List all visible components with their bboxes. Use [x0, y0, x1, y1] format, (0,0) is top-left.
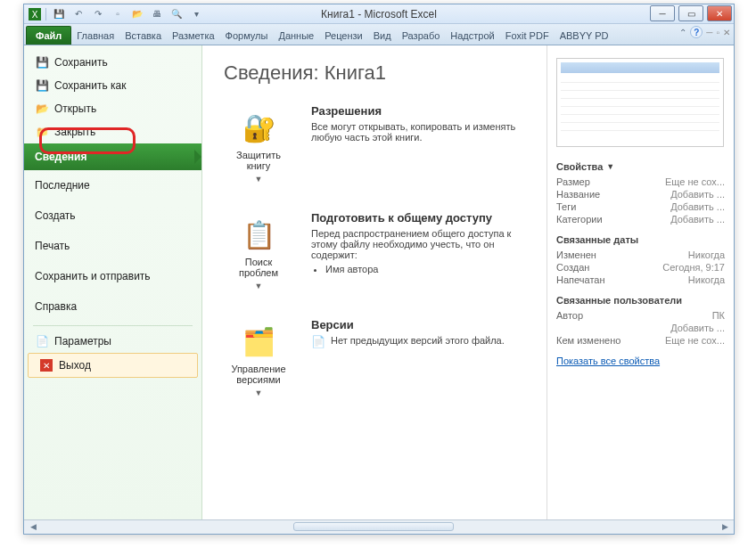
- scroll-right-icon[interactable]: ▶: [718, 520, 732, 533]
- qat-divider: [45, 8, 46, 20]
- ribbon-tabs: Файл Главная Вставка Разметка Формулы Да…: [24, 24, 734, 45]
- qat-undo-icon[interactable]: ↶: [70, 6, 87, 22]
- close-button[interactable]: ✕: [707, 5, 732, 21]
- tab-insert[interactable]: Вставка: [119, 27, 167, 45]
- nav-label: Сохранить как: [54, 79, 126, 92]
- chevron-down-icon: ▼: [255, 282, 263, 290]
- prop-title[interactable]: НазваниеДобавить ...: [556, 188, 725, 200]
- btn-label: Управление версиями: [226, 364, 291, 385]
- help-icon[interactable]: ?: [690, 26, 703, 38]
- prop-lastmod: Кем измененоЕще не сох...: [556, 334, 725, 347]
- doc-icon: 📄: [311, 335, 325, 348]
- nav-label: Параметры: [54, 335, 111, 348]
- check-bullet: Имя автора: [325, 264, 525, 274]
- window-minimize-icon[interactable]: ─: [706, 28, 712, 37]
- nav-separator: [33, 325, 193, 326]
- horizontal-scrollbar[interactable]: ◀ ▶: [24, 519, 734, 534]
- nav-share[interactable]: Сохранить и отправить: [24, 261, 201, 291]
- exit-icon: ✕: [39, 358, 53, 372]
- tab-abbyy[interactable]: ABBYY PD: [555, 27, 614, 45]
- nav-help[interactable]: Справка: [24, 291, 201, 322]
- properties-heading[interactable]: Свойства▼: [556, 161, 725, 172]
- qat-more-icon[interactable]: ▾: [187, 6, 205, 22]
- chevron-down-icon: ▼: [255, 388, 263, 397]
- nav-recent[interactable]: Последние: [24, 170, 201, 200]
- nav-open[interactable]: 📂 Открыть: [24, 97, 201, 120]
- properties-panel: Свойства▼ РазмерЕще не сох... НазваниеДо…: [546, 45, 734, 519]
- document-thumbnail[interactable]: [556, 58, 724, 147]
- prop-categories[interactable]: КатегорииДобавить ...: [556, 213, 725, 225]
- chevron-down-icon: ▼: [606, 162, 614, 171]
- svg-text:✕: ✕: [43, 361, 50, 371]
- permissions-text: Разрешения Все могут открывать, копирова…: [311, 104, 525, 188]
- save-icon: 💾: [35, 55, 49, 70]
- nav-label: Открыть: [54, 102, 96, 115]
- checklist-icon: 📋: [240, 216, 277, 253]
- check-issues-button[interactable]: 📋 Поиск проблем ▼: [224, 211, 293, 295]
- nav-print[interactable]: Печать: [24, 231, 201, 261]
- tab-foxit[interactable]: Foxit PDF: [500, 27, 555, 45]
- tab-file[interactable]: Файл: [26, 26, 71, 45]
- btn-label: Поиск проблем: [226, 257, 291, 278]
- tab-addins[interactable]: Надстрой: [445, 27, 499, 45]
- excel-icon: X: [28, 7, 42, 21]
- nav-info[interactable]: Сведения: [24, 143, 201, 170]
- maximize-button[interactable]: ▭: [678, 5, 703, 21]
- nav-label: Сведения: [35, 151, 86, 163]
- nav-label: Закрыть: [54, 126, 95, 138]
- qat-open-icon[interactable]: 📂: [128, 6, 146, 22]
- tab-data[interactable]: Данные: [273, 27, 319, 45]
- nav-save[interactable]: 💾 Сохранить: [24, 51, 201, 74]
- scroll-left-icon[interactable]: ◀: [26, 520, 40, 533]
- window-restore-icon[interactable]: ▫: [716, 28, 719, 37]
- ribbon-minimize-icon[interactable]: ⌃: [679, 28, 686, 37]
- tab-layout[interactable]: Разметка: [167, 27, 220, 45]
- qat-preview-icon[interactable]: 🔍: [168, 6, 185, 22]
- nav-label: Выход: [59, 359, 91, 372]
- backstage-nav: 💾 Сохранить 💾 Сохранить как 📂 Открыть 📁 …: [24, 45, 202, 519]
- nav-label: Сохранить: [54, 56, 108, 69]
- check-block: 📋 Поиск проблем ▼ Подготовить к общему д…: [224, 211, 525, 295]
- window: X 💾 ↶ ↷ ▫ 📂 🖶 🔍 ▾ Книга1 - Microsoft Exc…: [23, 4, 735, 535]
- nav-options[interactable]: 📄 Параметры: [24, 330, 201, 353]
- prop-created: СозданСегодня, 9:17: [556, 261, 725, 274]
- titlebar: X 💾 ↶ ↷ ▫ 📂 🖶 🔍 ▾ Книга1 - Microsoft Exc…: [24, 4, 734, 24]
- versions-block: 🗂️ Управление версиями ▼ Версии 📄 Нет пр…: [224, 318, 525, 402]
- nav-label: Последние: [35, 179, 90, 192]
- tab-review[interactable]: Рецензи: [319, 27, 368, 45]
- prop-add-author[interactable]: Добавить ...: [556, 322, 725, 334]
- tab-home[interactable]: Главная: [71, 27, 119, 45]
- nav-saveas[interactable]: 💾 Сохранить как: [24, 74, 201, 97]
- nav-label: Сохранить и отправить: [35, 270, 151, 282]
- tab-view[interactable]: Вид: [368, 27, 397, 45]
- tab-developer[interactable]: Разрабо: [397, 27, 446, 45]
- show-all-properties-link[interactable]: Показать все свойства: [556, 356, 660, 366]
- qat-quickprint-icon[interactable]: 🖶: [148, 6, 166, 22]
- nav-label: Печать: [35, 240, 70, 252]
- nav-exit[interactable]: ✕ Выход: [28, 353, 198, 378]
- window-title: Книга1 - Microsoft Excel: [321, 8, 437, 20]
- info-panel: Сведения: Книга1 🔐 Защитить книгу ▼ Разр…: [202, 45, 546, 519]
- minimize-button[interactable]: ─: [650, 5, 675, 21]
- scroll-thumb[interactable]: [293, 522, 454, 531]
- block-title: Версии: [311, 318, 525, 331]
- prop-tags[interactable]: ТегиДобавить ...: [556, 200, 725, 213]
- check-text: Подготовить к общему доступу Перед распр…: [311, 211, 525, 295]
- qat-save-icon[interactable]: 💾: [50, 6, 68, 22]
- manage-versions-button[interactable]: 🗂️ Управление версиями ▼: [224, 318, 293, 402]
- svg-text:X: X: [32, 10, 38, 20]
- block-title: Разрешения: [311, 104, 525, 118]
- nav-label: Создать: [35, 209, 76, 222]
- block-desc: Нет предыдущих версий этого файла.: [331, 335, 505, 346]
- nav-new[interactable]: Создать: [24, 200, 201, 231]
- qat-new-icon[interactable]: ▫: [109, 6, 127, 22]
- protect-workbook-button[interactable]: 🔐 Защитить книгу ▼: [224, 104, 293, 188]
- qat-redo-icon[interactable]: ↷: [89, 6, 107, 22]
- nav-close[interactable]: 📁 Закрыть: [24, 120, 201, 143]
- permissions-block: 🔐 Защитить книгу ▼ Разрешения Все могут …: [224, 104, 525, 188]
- window-close-icon[interactable]: ✕: [723, 28, 730, 37]
- open-icon: 📂: [35, 102, 49, 116]
- dates-heading: Связанные даты: [556, 234, 725, 245]
- prop-printed: НапечатанНикогда: [556, 274, 725, 286]
- tab-formulas[interactable]: Формулы: [220, 27, 274, 45]
